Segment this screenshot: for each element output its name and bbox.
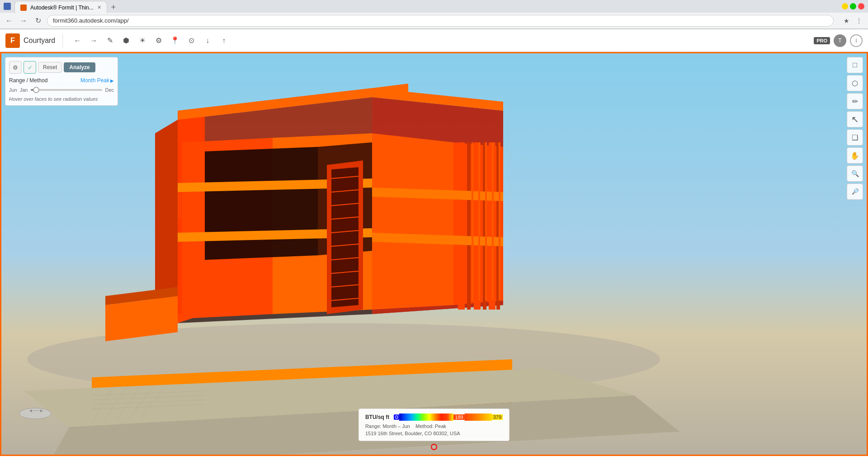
check-panel-button[interactable]: ✓ xyxy=(24,61,36,74)
3d-cube-icon: ⬡ xyxy=(852,79,858,88)
tab-close-button[interactable]: ✕ xyxy=(97,5,101,10)
draw-button[interactable]: ✏ xyxy=(847,93,863,109)
orbit-button[interactable]: ❑ xyxy=(847,129,863,146)
main-viewport[interactable]: ◄──► ⚙ ✓ Reset Analyze Range / Method Mo… xyxy=(0,52,868,456)
bottom-indicator xyxy=(431,444,437,450)
legend-range: Range: Month – Jun xyxy=(365,423,410,429)
method-arrow-icon: ▶ xyxy=(110,78,114,83)
header-tools: ← → ✎ ⬢ ☀ ⚙ 📍 ⊙ ↓ ↑ xyxy=(70,33,231,48)
range-method-row: Range / Method Month Peak ▶ xyxy=(9,77,114,84)
svg-rect-30 xyxy=(458,142,465,310)
upload-button[interactable]: ↑ xyxy=(217,33,231,48)
fit-view-button[interactable]: □ xyxy=(847,57,863,73)
legend-color-bar-2 xyxy=(465,414,492,421)
tab-favicon xyxy=(20,5,27,11)
zoom-in-button[interactable]: 🔍 xyxy=(847,165,863,182)
building-scene: ◄──► xyxy=(1,53,867,455)
refresh-button[interactable]: ↻ xyxy=(33,15,43,26)
header-right: PRO T i xyxy=(814,34,863,47)
header-divider xyxy=(62,34,63,47)
left-control-panel: ⚙ ✓ Reset Analyze Range / Method Month P… xyxy=(5,57,118,106)
bookmark-star-icon[interactable]: ★ xyxy=(841,15,852,26)
maximize-button[interactable] xyxy=(850,3,856,9)
info-button[interactable]: i xyxy=(850,34,863,47)
app-title: Courtyard xyxy=(24,37,55,45)
user-avatar[interactable]: T xyxy=(834,34,846,47)
app-header: F Courtyard ← → ✎ ⬢ ☀ ⚙ 📍 ⊙ ↓ ↑ PRO T i xyxy=(0,29,868,52)
minimize-button[interactable] xyxy=(842,3,848,9)
location-button[interactable]: 📍 xyxy=(168,33,182,48)
sun-button[interactable]: ☀ xyxy=(135,33,150,48)
hover-hint-text: Hover over faces to see radiation values xyxy=(9,96,114,102)
target-button[interactable]: ⊙ xyxy=(184,33,198,48)
pencil-tool-icon: ✏ xyxy=(852,97,858,106)
svg-rect-61 xyxy=(499,142,500,301)
legend-address-text: 1519 16th Street, Boulder, CO 80302, USA xyxy=(365,431,503,436)
active-tab[interactable]: Autodesk® FormIt | Thin... ✕ xyxy=(14,1,107,14)
analyze-button[interactable]: Analyze xyxy=(64,62,95,72)
reset-button[interactable]: Reset xyxy=(38,62,62,73)
browser-menu-icon[interactable]: ⋮ xyxy=(854,15,864,26)
settings-button[interactable]: ⚙ xyxy=(151,33,166,48)
user-initial: T xyxy=(838,38,841,44)
app-logo: F xyxy=(5,33,20,48)
legend-color-bar xyxy=(399,414,453,421)
solid-button[interactable]: ⬢ xyxy=(119,33,133,48)
month-slider-track[interactable] xyxy=(31,89,103,91)
pro-badge: PRO xyxy=(814,37,830,44)
url-input[interactable]: formit360.autodesk.com/app/ xyxy=(47,15,834,27)
legend-panel: BTU/sq ft 0 189 379 Range: Month – Jun M… xyxy=(359,409,509,441)
redo-button[interactable]: → xyxy=(86,33,101,48)
back-button[interactable]: ← xyxy=(4,15,14,26)
browser-favicon xyxy=(4,3,11,10)
3d-view-button[interactable]: ⬡ xyxy=(847,75,863,91)
svg-rect-31 xyxy=(467,142,471,310)
legend-value-max: 379 xyxy=(492,414,503,420)
zoom-in-icon: 🔍 xyxy=(851,170,859,177)
legend-value-0: 0 xyxy=(394,414,399,420)
svg-rect-59 xyxy=(485,142,487,301)
zoom-out-icon: 🔎 xyxy=(851,188,858,195)
legend-title-row: BTU/sq ft 0 189 379 xyxy=(365,414,503,421)
svg-rect-58 xyxy=(478,142,480,301)
undo-button[interactable]: ← xyxy=(70,33,85,48)
legend-range-text: Range: Month – Jun Method: Peak xyxy=(365,423,503,429)
fit-view-icon: □ xyxy=(853,61,857,69)
range-method-label: Range / Method xyxy=(9,77,47,84)
slider-left-label: Jan xyxy=(20,87,28,93)
svg-rect-52 xyxy=(178,192,179,219)
download-button[interactable]: ↓ xyxy=(200,33,215,48)
svg-marker-28 xyxy=(205,147,318,260)
month-slider-row: Jun Jan Dec xyxy=(9,87,114,93)
url-text: formit360.autodesk.com/app/ xyxy=(53,17,129,24)
select-button[interactable]: ↖ xyxy=(847,111,863,127)
month-start-label: Jun xyxy=(9,87,17,93)
title-bar: Autodesk® FormIt | Thin... ✕ + xyxy=(0,0,868,13)
app-logo-letter: F xyxy=(10,37,15,45)
hand-tool-icon: ✋ xyxy=(850,151,859,160)
forward-button[interactable]: → xyxy=(18,15,29,26)
legend-value-mid: 189 xyxy=(453,414,464,420)
svg-rect-55 xyxy=(184,199,186,219)
panel-toolbar: ⚙ ✓ Reset Analyze xyxy=(9,61,114,74)
right-tool-panel: □ ⬡ ✏ ↖ ❑ ✋ 🔍 🔎 xyxy=(847,57,863,200)
pan-button[interactable]: ✋ xyxy=(847,147,863,164)
close-button[interactable] xyxy=(858,3,864,9)
svg-rect-60 xyxy=(492,142,494,301)
svg-rect-57 xyxy=(472,142,473,301)
svg-marker-26 xyxy=(372,133,453,310)
svg-text:◄──►: ◄──► xyxy=(28,408,44,413)
check-icon: ✓ xyxy=(28,64,33,71)
settings-icon: ⚙ xyxy=(13,64,18,71)
address-bar: ← → ↻ formit360.autodesk.com/app/ ★ ⋮ xyxy=(0,13,868,29)
slider-thumb[interactable] xyxy=(33,87,39,93)
settings-panel-button[interactable]: ⚙ xyxy=(9,61,22,74)
sketch-button[interactable]: ✎ xyxy=(103,33,117,48)
arrow-tool-icon: ↖ xyxy=(851,114,859,125)
method-value-link[interactable]: Month Peak ▶ xyxy=(80,77,114,84)
orbit-icon: ❑ xyxy=(852,133,858,142)
method-value-text: Month Peak xyxy=(80,77,109,84)
tab-title: Autodesk® FormIt | Thin... xyxy=(30,5,94,11)
zoom-out-button[interactable]: 🔎 xyxy=(847,183,863,200)
new-tab-button[interactable]: + xyxy=(107,1,120,14)
